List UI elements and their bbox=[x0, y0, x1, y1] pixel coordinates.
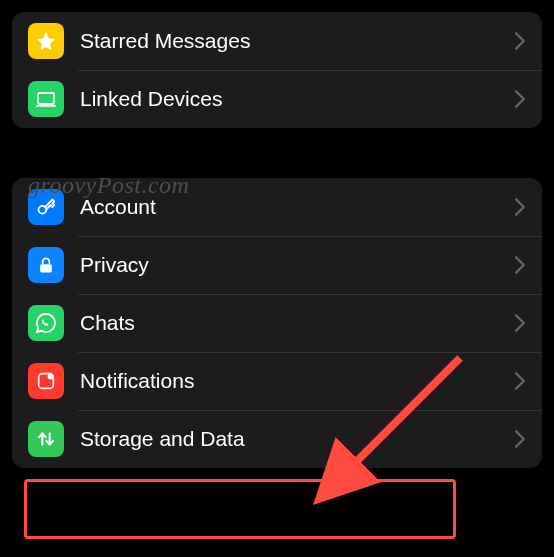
settings-section-2: Account Privacy Chats Notifications Stor… bbox=[12, 178, 542, 468]
row-storage-and-data[interactable]: Storage and Data bbox=[12, 410, 542, 468]
row-label: Linked Devices bbox=[80, 87, 515, 111]
row-label: Privacy bbox=[80, 253, 515, 277]
chevron-right-icon bbox=[515, 256, 526, 274]
svg-rect-0 bbox=[38, 93, 54, 104]
svg-point-5 bbox=[48, 373, 54, 379]
whatsapp-icon bbox=[28, 305, 64, 341]
laptop-icon bbox=[28, 81, 64, 117]
svg-rect-3 bbox=[40, 264, 52, 272]
row-label: Account bbox=[80, 195, 515, 219]
row-starred-messages[interactable]: Starred Messages bbox=[12, 12, 542, 70]
row-chats[interactable]: Chats bbox=[12, 294, 542, 352]
key-icon bbox=[28, 189, 64, 225]
row-label: Notifications bbox=[80, 369, 515, 393]
bell-icon bbox=[28, 363, 64, 399]
annotation-highlight-box bbox=[24, 479, 456, 539]
row-label: Starred Messages bbox=[80, 29, 515, 53]
row-linked-devices[interactable]: Linked Devices bbox=[12, 70, 542, 128]
chevron-right-icon bbox=[515, 90, 526, 108]
settings-section-1: Starred Messages Linked Devices bbox=[12, 12, 542, 128]
lock-icon bbox=[28, 247, 64, 283]
svg-rect-1 bbox=[36, 105, 56, 107]
chevron-right-icon bbox=[515, 198, 526, 216]
chevron-right-icon bbox=[515, 314, 526, 332]
row-label: Chats bbox=[80, 311, 515, 335]
chevron-right-icon bbox=[515, 372, 526, 390]
row-label: Storage and Data bbox=[80, 427, 515, 451]
row-notifications[interactable]: Notifications bbox=[12, 352, 542, 410]
chevron-right-icon bbox=[515, 32, 526, 50]
star-icon bbox=[28, 23, 64, 59]
updown-icon bbox=[28, 421, 64, 457]
chevron-right-icon bbox=[515, 430, 526, 448]
row-account[interactable]: Account bbox=[12, 178, 542, 236]
row-privacy[interactable]: Privacy bbox=[12, 236, 542, 294]
